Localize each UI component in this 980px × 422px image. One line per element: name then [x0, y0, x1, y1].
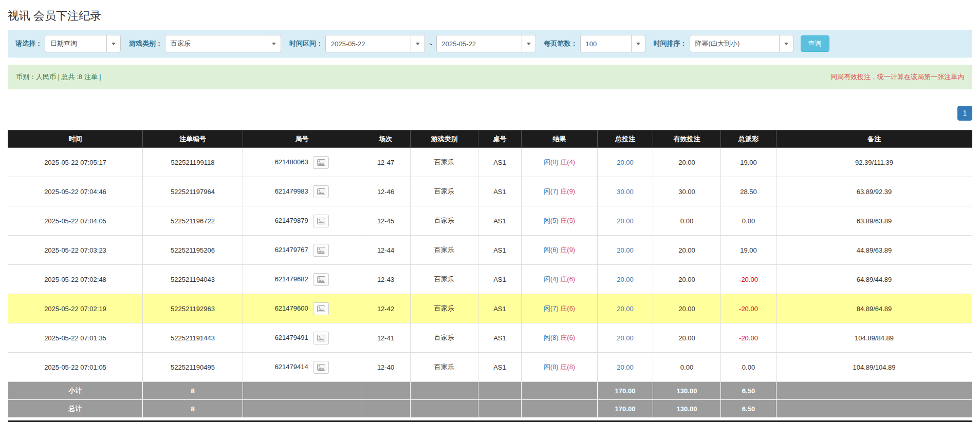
total-empty-cell	[243, 400, 361, 418]
page-title: 视讯 会员下注纪录	[0, 0, 980, 30]
cell-result: 闲(0) 庄(4)	[522, 148, 598, 177]
time-range-label: 时间区间：	[289, 39, 323, 48]
cell-table-number: AS1	[478, 148, 522, 177]
view-roadmap-button[interactable]	[313, 185, 329, 198]
result-player: 闲(5)	[544, 217, 559, 224]
cell-game-type: 百家乐	[411, 265, 478, 294]
subtotal-empty-cell	[411, 382, 478, 400]
cell-game-type: 百家乐	[411, 148, 478, 177]
cell-note: 84.89/64.89	[776, 294, 972, 323]
result-banker: 庄(8)	[560, 363, 575, 371]
cell-result: 闲(6) 庄(9)	[522, 236, 598, 265]
query-type-label: 请选择：	[15, 39, 42, 48]
cell-session: 12-42	[361, 294, 411, 323]
image-icon	[317, 247, 325, 254]
query-type-select[interactable]: 日期查询	[45, 35, 121, 52]
bet-record-row[interactable]: 2025-05-22 07:01:35 522521191443 6214794…	[8, 323, 972, 353]
cell-table-number: AS1	[478, 265, 522, 294]
cell-round-number: 621479983	[243, 177, 361, 206]
view-roadmap-button[interactable]	[313, 361, 329, 374]
cell-payout: 0.00	[721, 206, 776, 236]
bet-record-row[interactable]: 2025-05-22 07:02:19 522521192963 6214796…	[8, 294, 972, 323]
search-button[interactable]: 查询	[801, 35, 829, 52]
cell-game-type: 百家乐	[411, 206, 478, 236]
filter-bar: 请选择： 日期查询 游戏类别： 百家乐 时间区间： 2025-05-22 ~ 2…	[8, 30, 972, 57]
date-to-select[interactable]: 2025-05-22	[436, 35, 536, 52]
total-bet-link[interactable]: 20.00	[617, 334, 634, 342]
bet-record-row[interactable]: 2025-05-22 07:04:05 522521196722 6214798…	[8, 206, 972, 236]
time-sort-label: 时间排序：	[654, 39, 687, 48]
pagination-page-1[interactable]: 1	[957, 106, 972, 121]
result-player: 闲(0)	[544, 158, 559, 166]
chevron-down-icon	[411, 35, 424, 52]
total-empty-cell	[776, 400, 972, 418]
header-session: 场次	[361, 130, 411, 148]
bet-record-row[interactable]: 2025-05-22 07:02:48 522521194043 6214796…	[8, 265, 972, 294]
result-player: 闲(4)	[544, 275, 559, 283]
subtotal-label: 小计	[8, 382, 143, 400]
time-sort-select[interactable]: 降幂(由大到小)	[690, 35, 793, 52]
cell-bet-number: 522521196722	[143, 206, 243, 236]
total-bet-link[interactable]: 20.00	[617, 246, 634, 254]
bet-record-row[interactable]: 2025-05-22 07:04:46 522521197964 6214799…	[8, 177, 972, 206]
view-roadmap-button[interactable]	[313, 244, 329, 257]
bet-record-row[interactable]: 2025-05-22 07:03:23 522521195206 6214797…	[8, 236, 972, 265]
cell-note: 92.39/111.39	[776, 148, 972, 177]
cell-valid-bet: 0.00	[653, 353, 721, 382]
cell-table-number: AS1	[478, 236, 522, 265]
cell-payout: -20.00	[721, 323, 776, 353]
view-roadmap-button[interactable]	[313, 273, 329, 286]
header-time: 时间	[8, 130, 143, 148]
cell-table-number: AS1	[478, 323, 522, 353]
game-type-select[interactable]: 百家乐	[165, 35, 281, 52]
view-roadmap-button[interactable]	[313, 156, 329, 169]
cell-result: 闲(8) 庄(6)	[522, 323, 598, 353]
cell-payout: -20.00	[721, 294, 776, 323]
cell-bet-number: 522521190495	[143, 353, 243, 382]
subtotal-row: 小计 8 170.00 130.00 6.50	[8, 382, 972, 400]
date-from-select[interactable]: 2025-05-22	[325, 35, 425, 52]
header-valid-bet: 有效投注	[653, 130, 721, 148]
cell-valid-bet: 30.00	[653, 177, 721, 206]
cell-valid-bet: 20.00	[653, 265, 721, 294]
cell-session: 12-46	[361, 177, 411, 206]
cell-result: 闲(7) 庄(9)	[522, 177, 598, 206]
bet-record-row[interactable]: 2025-05-22 07:05:17 522521199118 6214800…	[8, 148, 972, 177]
total-bet-link[interactable]: 20.00	[617, 159, 634, 166]
bet-record-row[interactable]: 2025-05-22 07:01:05 522521190495 6214794…	[8, 353, 972, 382]
total-bet-link[interactable]: 20.00	[617, 217, 634, 225]
cell-time: 2025-05-22 07:05:17	[8, 148, 143, 177]
subtotal-empty-cell	[522, 382, 598, 400]
result-player: 闲(6)	[544, 246, 559, 254]
total-bet-link[interactable]: 30.00	[617, 188, 634, 196]
cell-game-type: 百家乐	[411, 236, 478, 265]
subtotal-empty-cell	[243, 382, 361, 400]
table-header-row: 时间 注单编号 局号 场次 游戏类别 桌号 结果 总投注 有效投注 总派彩 备注	[8, 130, 972, 148]
result-banker: 庄(6)	[560, 334, 575, 341]
cell-payout: -20.00	[721, 265, 776, 294]
view-roadmap-button[interactable]	[313, 215, 329, 227]
cell-valid-bet: 20.00	[653, 323, 721, 353]
total-valid-bet: 130.00	[653, 400, 721, 418]
cell-bet-number: 522521194043	[143, 265, 243, 294]
image-icon	[317, 188, 325, 195]
round-number: 621479682	[275, 275, 308, 282]
cell-time: 2025-05-22 07:01:35	[8, 323, 143, 353]
cell-total-bet: 20.00	[598, 265, 653, 294]
total-bet-link[interactable]: 20.00	[617, 305, 634, 313]
cell-bet-number: 522521191443	[143, 323, 243, 353]
game-type-value: 百家乐	[165, 39, 196, 48]
view-roadmap-button[interactable]	[313, 332, 329, 344]
cell-total-bet: 20.00	[598, 148, 653, 177]
result-banker: 庄(6)	[560, 304, 575, 312]
total-bet-link[interactable]: 20.00	[617, 363, 634, 371]
cell-payout: 19.00	[721, 236, 776, 265]
cell-round-number: 621479600	[243, 294, 361, 323]
header-result: 结果	[522, 130, 598, 148]
cell-valid-bet: 20.00	[653, 294, 721, 323]
view-roadmap-button[interactable]	[313, 302, 329, 315]
total-bet-link[interactable]: 20.00	[617, 276, 634, 283]
chevron-down-icon	[779, 35, 793, 52]
per-page-select[interactable]: 100	[580, 35, 645, 52]
total-label: 总计	[8, 400, 143, 418]
